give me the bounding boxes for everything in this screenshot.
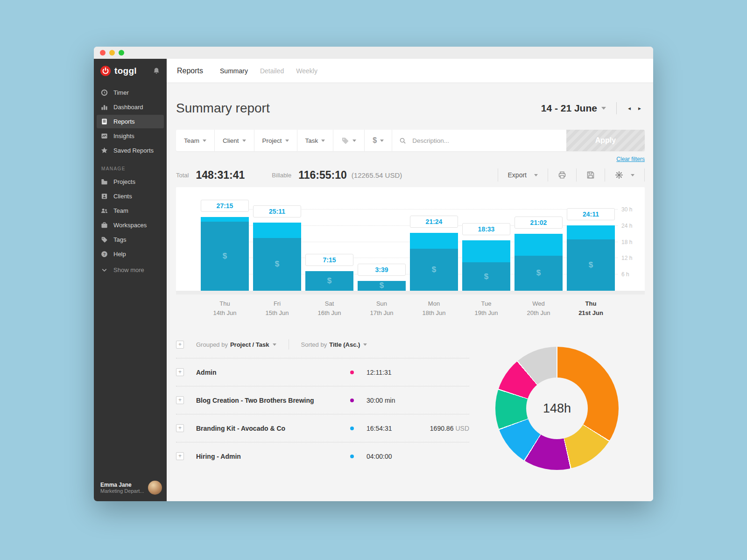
billable-filter-dropdown[interactable]: $	[365, 130, 392, 151]
billable-dollar-marker: $	[223, 252, 227, 261]
star-icon	[101, 147, 108, 154]
day-bar[interactable]: $	[410, 233, 458, 291]
show-more-label: Show more	[113, 266, 144, 273]
chart-x-axis-labels: Thu14th JunFri15th JunSat16th JunSun17th…	[201, 299, 615, 318]
row-amount	[413, 397, 469, 404]
expand-row-button[interactable]: +	[176, 424, 184, 432]
tag-icon	[341, 137, 349, 145]
tag-filter-dropdown[interactable]	[333, 130, 365, 151]
expand-row-button[interactable]: +	[176, 452, 184, 460]
export-dropdown[interactable]: Export	[498, 168, 548, 182]
close-window-button[interactable]	[100, 50, 106, 56]
sidebar-item-label: Projects	[113, 178, 135, 185]
zoom-window-button[interactable]	[119, 50, 124, 56]
daily-hours-bar-chart: 6 h12 h18 h24 h30 h$27:15$25:11$7:15$3:3…	[176, 187, 645, 294]
sidebar-item-tags[interactable]: Tags	[97, 233, 164, 246]
day-bar[interactable]: $	[462, 240, 510, 291]
tab-summary[interactable]: Summary	[220, 67, 248, 75]
project-filter-label: Project	[262, 137, 282, 144]
bar-chart-icon	[101, 104, 108, 111]
sidebar-item-team[interactable]: Team	[97, 204, 164, 217]
filter-bar: Team Client Project Task	[176, 130, 645, 151]
settings-dropdown[interactable]	[605, 168, 645, 182]
day-bar[interactable]: $	[567, 225, 615, 291]
reports-section-title: Reports	[177, 67, 203, 75]
project-name: Blog Creation - Two Brothers Brewing	[196, 397, 350, 404]
chevron-down-icon	[631, 174, 634, 176]
divider	[616, 102, 617, 114]
manage-section-label: MANAGE	[94, 158, 167, 175]
sidebar-show-more[interactable]: Show more	[97, 263, 164, 277]
table-row[interactable]: + Blog Creation - Two Brothers Brewing 3…	[176, 386, 469, 414]
grouping-controls: + Grouped by Project / Task Sorted by Ti…	[176, 337, 469, 358]
sidebar-item-reports[interactable]: Reports	[97, 115, 164, 128]
sidebar-item-insights[interactable]: Insights	[97, 129, 164, 143]
donut-chart[interactable]: 148h	[495, 347, 619, 470]
chevron-down-icon	[321, 140, 325, 142]
prev-period-button[interactable]: ◂	[624, 103, 634, 113]
x-axis-label: Thu21st Jun	[567, 299, 615, 318]
donut-total-hours: 148h	[526, 378, 588, 439]
logo-row: toggl	[94, 59, 167, 85]
day-bar[interactable]: $	[358, 281, 406, 291]
sidebar-item-label: Tags	[113, 236, 126, 243]
sidebar-item-timer[interactable]: Timer	[97, 86, 164, 99]
client-icon	[101, 193, 108, 200]
team-filter-dropdown[interactable]: Team	[176, 130, 215, 151]
notifications-bell-icon[interactable]	[153, 67, 160, 75]
date-range-picker[interactable]: 14 - 21 June	[541, 103, 606, 114]
next-period-button[interactable]: ▸	[634, 103, 645, 113]
table-row[interactable]: + Admin 12:11:31	[176, 358, 469, 386]
row-duration: 30:00 min	[366, 397, 413, 404]
billable-amount: (12265.54 USD)	[352, 171, 402, 179]
task-filter-dropdown[interactable]: Task	[297, 130, 334, 151]
user-account[interactable]: Emma Jane Marketing Depart...	[94, 475, 167, 501]
bar-value-label: 18:33	[462, 223, 510, 235]
minimize-window-button[interactable]	[109, 50, 115, 56]
chevron-down-icon	[363, 343, 367, 346]
project-filter-dropdown[interactable]: Project	[254, 130, 297, 151]
bar-value-label: 7:15	[305, 254, 353, 266]
table-row[interactable]: + Branding Kit - Avocado & Co 16:54:31 1…	[176, 414, 469, 442]
sidebar-item-projects[interactable]: Projects	[97, 175, 164, 189]
billable-dollar-marker: $	[536, 268, 541, 278]
sidebar-item-dashboard[interactable]: Dashboard	[97, 100, 164, 114]
briefcase-icon	[101, 222, 108, 229]
bar-value-label: 24:11	[567, 208, 615, 220]
export-toolbar: Export	[498, 168, 645, 182]
description-search-input[interactable]	[411, 137, 559, 145]
chevron-down-icon	[285, 140, 289, 142]
expand-row-button[interactable]: +	[176, 368, 184, 376]
day-bar[interactable]: $	[305, 271, 353, 291]
tab-weekly[interactable]: Weekly	[296, 67, 317, 75]
day-bar[interactable]: $	[253, 223, 301, 291]
sidebar-item-saved-reports[interactable]: Saved Reports	[97, 144, 164, 157]
project-name: Branding Kit - Avocado & Co	[196, 425, 350, 432]
apply-button[interactable]: Apply	[566, 130, 645, 151]
grouped-by-value[interactable]: Project / Task	[230, 341, 269, 348]
table-row[interactable]: + Hiring - Admin 04:00:00	[176, 442, 469, 470]
clear-filters-link[interactable]: Clear filters	[616, 156, 645, 162]
sorted-by-value[interactable]: Title (Asc.)	[329, 341, 360, 348]
divider	[289, 339, 289, 350]
summary-table: + Grouped by Project / Task Sorted by Ti…	[176, 337, 469, 470]
sidebar-item-clients[interactable]: Clients	[97, 189, 164, 203]
tab-detailed[interactable]: Detailed	[260, 67, 284, 75]
gear-icon	[615, 171, 623, 179]
expand-row-button[interactable]: +	[176, 396, 184, 404]
expand-all-button[interactable]: +	[176, 341, 184, 349]
save-icon	[586, 171, 595, 179]
sidebar-item-workspaces[interactable]: Workspaces	[97, 218, 164, 232]
day-bar[interactable]: $	[201, 217, 249, 291]
chevron-down-icon	[242, 140, 246, 142]
sidebar-item-label: Timer	[113, 89, 129, 96]
sidebar-item-help[interactable]: ? Help	[97, 247, 164, 261]
document-icon	[101, 118, 108, 125]
sidebar-item-label: Team	[113, 207, 128, 214]
day-bar[interactable]: $	[514, 234, 563, 291]
print-button[interactable]	[548, 168, 576, 182]
client-filter-dropdown[interactable]: Client	[215, 130, 254, 151]
save-report-button[interactable]	[576, 168, 605, 182]
team-filter-label: Team	[184, 137, 199, 144]
sidebar-item-label: Clients	[113, 193, 132, 200]
